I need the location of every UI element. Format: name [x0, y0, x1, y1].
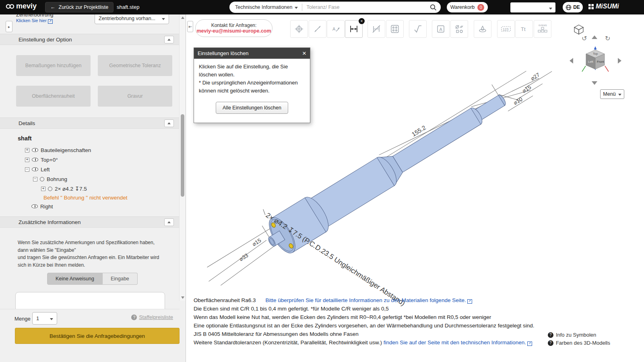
sidebar-collapse-handle[interactable]: ▸	[6, 21, 12, 32]
svg-text:6VIEWS: 6VIEWS	[539, 24, 547, 27]
text-style-icon[interactable]: Tt	[515, 20, 533, 38]
tree-item-label[interactable]: 2× ⌀4.2 ↧7.5	[55, 185, 87, 192]
length-dimension-label[interactable]: 155.2	[411, 124, 427, 138]
viewport-menu-button[interactable]: Menü	[600, 89, 624, 99]
hole-annotation-label[interactable]: 2× ⌀4.2 ↧7.5 (P.C.D.23.5 Ungleichmäßiger…	[264, 211, 407, 307]
diagonal-dimension-icon[interactable]	[309, 20, 326, 38]
warning-label: Befehl " Bohrung " nicht verwendet	[43, 195, 127, 201]
main-panel-collapse-handle[interactable]: ⇤	[187, 21, 193, 32]
expand-icon[interactable]	[41, 187, 45, 191]
section-title: Details	[19, 120, 35, 126]
centering-hole-link[interactable]: Klicken Sie hier	[16, 18, 53, 24]
sidebar-bottom-panel: Menge 1 Staffelpreisliste Bestätigen Sie…	[0, 309, 180, 362]
view-cube-left-label[interactable]: Left	[588, 60, 593, 64]
collapse-button[interactable]	[164, 36, 174, 43]
expand-icon[interactable]	[25, 148, 29, 152]
view-cube-front-label[interactable]: Front	[597, 60, 604, 64]
input-toggle[interactable]: Eingabe	[103, 273, 138, 285]
tolerance-note: Weitere Standardtoleranzen (Konzentrizit…	[194, 339, 382, 346]
linear-dimension-icon-active[interactable]	[345, 20, 363, 38]
geometric-tolerance-icon[interactable]	[450, 20, 468, 38]
visibility-icon[interactable]	[31, 204, 38, 208]
price-list-link[interactable]: Staffelpreisliste	[131, 315, 173, 320]
language-button[interactable]: DE	[563, 2, 583, 12]
engraving-button[interactable]: Gravur	[98, 86, 172, 107]
search-input[interactable]	[302, 4, 429, 10]
collapse-icon[interactable]	[33, 177, 37, 181]
visibility-icon[interactable]	[32, 167, 38, 171]
close-icon[interactable]	[302, 50, 306, 57]
tree-item-label[interactable]: Right	[40, 204, 53, 210]
geometric-tolerance-button[interactable]: Geometrische Toleranz	[98, 55, 172, 76]
dia15-left-label[interactable]: ⌀15	[251, 237, 262, 247]
chevron-down-icon	[162, 16, 165, 21]
six-views-icon[interactable]: 6VIEWS	[534, 20, 551, 38]
meviy-logo[interactable]: meviy	[6, 2, 37, 10]
dimension-format-icon[interactable]: 123	[497, 20, 515, 38]
infinity-logo-icon	[6, 3, 14, 10]
visibility-icon[interactable]	[32, 158, 38, 162]
dia27-label[interactable]: ⌀27	[530, 72, 541, 82]
note-line: Weitere Standardtoleranzen (Konzentrizit…	[194, 338, 535, 347]
add-dimensions-button[interactable]: Bemaßungen hinzufügen	[16, 55, 91, 76]
tech-info-dropdown[interactable]: Technische Informationen	[229, 4, 302, 11]
technical-info-link[interactable]: finden Sie auf der Seite mit den technis…	[384, 339, 532, 346]
section-header-additional-info: Zusätzliche Informationen	[0, 216, 180, 228]
view-cube-top-label[interactable]: Top	[593, 52, 598, 56]
help-icon	[131, 315, 137, 320]
collapse-button[interactable]	[164, 218, 174, 226]
help-icon	[548, 332, 553, 338]
hole-group-icon[interactable]	[386, 20, 404, 38]
tree-warning-message: Befehl " Bohrung " nicht verwendet	[43, 193, 127, 202]
expand-icon[interactable]	[25, 158, 29, 162]
dia10-label[interactable]: ⌀10	[512, 96, 524, 106]
annotation-icon[interactable]: A	[432, 20, 450, 38]
hide-dimension-icon[interactable]	[367, 20, 385, 38]
centering-hole-select-value: Zentrierbohrung vorhan...	[99, 16, 155, 21]
note-line: JIS B 0405 Mitteltoleranz für Abmessunge…	[194, 330, 535, 338]
scrollbar-thumb[interactable]	[181, 114, 184, 197]
datum-point-icon[interactable]	[290, 20, 308, 38]
tree-item: Left	[25, 165, 50, 174]
symbols-info-link[interactable]: Info zu Symbolen	[548, 332, 610, 338]
view-cube[interactable]: Top Left Front	[582, 45, 609, 76]
chevron-down-icon	[50, 315, 53, 321]
surface-roughness-button[interactable]: Oberflächenrauheit	[16, 86, 91, 107]
cube-view-icon[interactable]	[574, 24, 584, 35]
dialog-header[interactable]: Einstellungen löschen	[194, 48, 310, 59]
surface-finish-icon[interactable]	[474, 20, 491, 38]
quantity-select[interactable]: 1	[32, 312, 57, 325]
tree-root-label[interactable]: shaft	[18, 135, 32, 142]
note-line: Eine optionale Entlastungsnut ist an der…	[194, 321, 535, 330]
no-instruction-toggle[interactable]: Keine Anweisung	[47, 273, 103, 285]
scroll-down-arrow[interactable]	[181, 296, 184, 299]
model-colors-link[interactable]: Farben des 3D-Modells	[548, 340, 610, 346]
sidebar-scrollbar[interactable]	[179, 14, 186, 301]
contact-label: Kontakt für Anfragen:	[211, 23, 257, 28]
feature-circle-icon	[48, 187, 52, 191]
topbar-dropdown[interactable]	[510, 2, 555, 12]
delete-all-settings-button[interactable]: Alle Einstellungen löschen	[216, 102, 288, 114]
main-viewport-area: ⇤ Kontakt für Anfragen: meviy-eu@misumi-…	[186, 14, 644, 362]
dialog-title: Einstellungen löschen	[198, 50, 248, 56]
tree-item-label[interactable]: Bohrung	[47, 176, 67, 182]
tree-item-label[interactable]: Top+0°	[41, 157, 58, 163]
contact-email-link[interactable]: meviy-eu@misumi-europe.com	[196, 28, 271, 34]
collapse-icon[interactable]	[25, 167, 29, 172]
tree-item-label[interactable]: Left	[41, 167, 50, 173]
confirm-request-button[interactable]: Bestätigen Sie die Anfragebedingungen	[15, 328, 180, 344]
surface-symbol-icon[interactable]	[409, 20, 427, 38]
search-icon[interactable]	[429, 4, 437, 11]
cart-button[interactable]: Warenkorb 0	[447, 2, 488, 12]
scroll-up-arrow[interactable]	[181, 16, 184, 19]
tree-item: Bauteileigenschaften	[25, 146, 91, 154]
topbar: meviy ← Zurück zur Projektliste shaft.st…	[0, 0, 644, 14]
visibility-icon[interactable]	[32, 148, 38, 152]
tree-item-label[interactable]: Bauteileigenschaften	[41, 147, 91, 153]
remove-setting-badge[interactable]	[359, 18, 365, 24]
dimension-text-icon[interactable]: A	[327, 20, 345, 38]
centering-hole-select[interactable]: Zentrierbohrung vorhan...	[95, 14, 169, 24]
back-to-projects-button[interactable]: ← Zurück zur Projektliste	[45, 2, 114, 12]
collapse-button[interactable]	[164, 119, 174, 127]
materials-info-link[interactable]: Bitte überprüfen Sie für detaillierte In…	[265, 297, 472, 303]
